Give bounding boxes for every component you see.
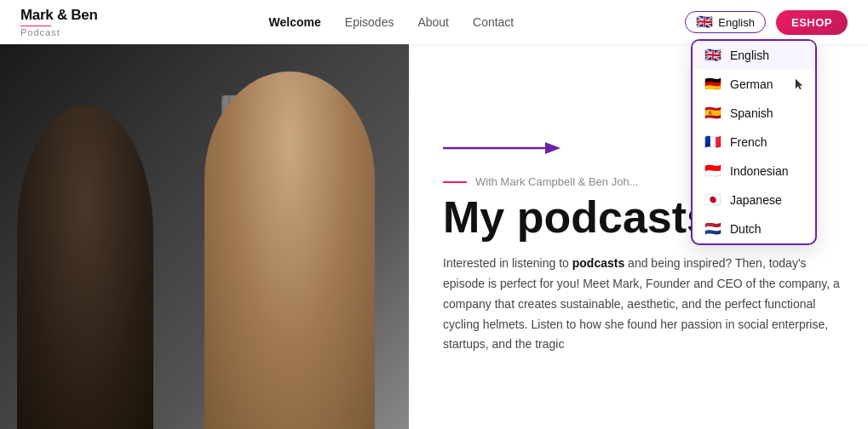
lang-option-japanese[interactable]: 🇯🇵 Japanese: [693, 186, 815, 214]
lang-label: English: [718, 16, 755, 29]
person-right: [204, 72, 375, 429]
lang-option-english[interactable]: 🇬🇧 English: [693, 41, 815, 70]
cursor-icon: [795, 78, 803, 90]
body-bold: podcasts: [572, 256, 624, 270]
lang-french-label: French: [730, 135, 767, 149]
flag-german: 🇩🇪: [704, 77, 721, 91]
logo: Mark & Ben Podcast: [20, 7, 98, 37]
lang-dutch-label: Dutch: [730, 222, 762, 236]
lang-english-label: English: [730, 49, 769, 62]
nav-contact[interactable]: Contact: [473, 15, 514, 29]
logo-subtitle: Podcast: [20, 27, 98, 37]
arrow-icon: [443, 138, 562, 158]
lang-option-dutch[interactable]: 🇳🇱 Dutch: [693, 214, 815, 243]
eshop-button[interactable]: ESHOP: [776, 10, 848, 35]
flag-indonesian: 🇮🇩: [704, 164, 721, 178]
nav-about[interactable]: About: [417, 15, 449, 29]
language-button[interactable]: 🇬🇧 English: [685, 11, 766, 33]
header: Mark & Ben Podcast Welcome Episodes Abou…: [0, 0, 868, 44]
flag-english: 🇬🇧: [704, 49, 721, 62]
nav-right: 🇬🇧 English ESHOP: [685, 10, 848, 35]
logo-title: Mark & Ben: [20, 7, 98, 24]
with-text-label: With Mark Campbell & Ben Joh...: [475, 175, 638, 188]
lang-spanish-label: Spanish: [730, 106, 773, 120]
flag-dutch: 🇳🇱: [704, 222, 721, 236]
lang-option-spanish[interactable]: 🇪🇸 Spanish: [693, 99, 815, 128]
person-left: [17, 106, 153, 429]
lang-option-indonesian[interactable]: 🇮🇩 Indonesian: [693, 157, 815, 186]
nav-welcome[interactable]: Welcome: [269, 15, 321, 29]
body-text: Interested in listening to podcasts and …: [443, 254, 842, 355]
logo-line: [20, 26, 51, 26]
lang-german-label: German: [730, 77, 773, 91]
hero-image: [0, 44, 409, 429]
flag-spanish: 🇪🇸: [704, 106, 721, 120]
lang-indonesian-label: Indonesian: [730, 164, 789, 178]
with-line: [443, 181, 467, 183]
lang-option-german[interactable]: 🇩🇪 German: [693, 70, 815, 99]
lang-option-french[interactable]: 🇫🇷 French: [693, 128, 815, 157]
language-dropdown: 🇬🇧 English 🇩🇪 German 🇪🇸 Spanish 🇫🇷 Frenc…: [691, 39, 817, 245]
flag-japanese: 🇯🇵: [704, 193, 721, 207]
lang-flag: 🇬🇧: [696, 15, 713, 29]
svg-marker-1: [545, 142, 560, 154]
lang-japanese-label: Japanese: [730, 193, 782, 207]
nav-episodes[interactable]: Episodes: [345, 15, 394, 29]
main-nav: Welcome Episodes About Contact: [269, 15, 514, 29]
hero-photo: [0, 44, 409, 429]
flag-french: 🇫🇷: [704, 135, 721, 149]
